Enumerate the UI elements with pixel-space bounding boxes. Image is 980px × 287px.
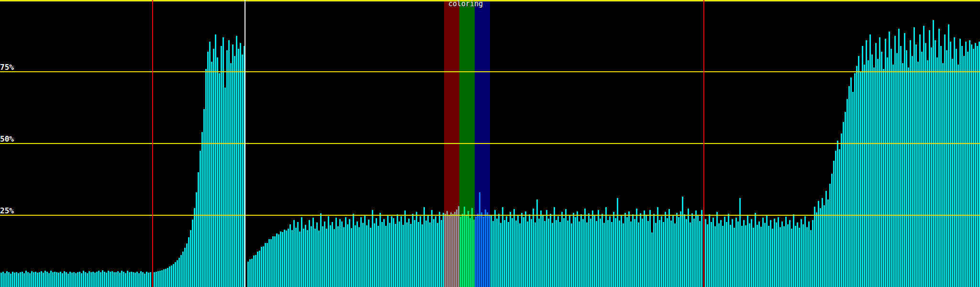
histogram-bar — [43, 273, 44, 287]
histogram-bar — [690, 222, 691, 287]
histogram-bar — [406, 222, 408, 287]
histogram-bar — [586, 222, 588, 287]
histogram-bar — [952, 59, 953, 287]
histogram-bar — [596, 221, 597, 287]
histogram-bar — [420, 216, 421, 287]
histogram-bar — [401, 216, 402, 287]
histogram-bar — [762, 218, 764, 287]
histogram-bar — [680, 211, 681, 287]
histogram-bar — [772, 229, 773, 287]
histogram-bar — [462, 214, 463, 287]
histogram-bar — [215, 34, 216, 287]
histogram-bar — [205, 69, 207, 287]
histogram-bar — [425, 221, 427, 287]
histogram-bar — [667, 218, 668, 287]
histogram-bar — [615, 218, 616, 287]
histogram-bar — [672, 215, 674, 287]
histogram-bar — [502, 207, 503, 287]
histogram-bar — [349, 219, 350, 287]
histogram-bar — [31, 271, 33, 287]
histogram-bar — [487, 212, 488, 287]
histogram-bar — [519, 223, 521, 287]
histogram-bar — [483, 217, 484, 287]
histogram-bar — [561, 212, 563, 287]
histogram-bar — [16, 272, 17, 287]
histogram-bar — [448, 215, 450, 287]
histogram-bar — [912, 56, 913, 287]
histogram-bar — [318, 231, 320, 287]
histogram-bar — [92, 272, 94, 287]
histogram-bar — [293, 220, 295, 287]
histogram-bar — [900, 46, 902, 287]
histogram-bar — [737, 221, 739, 287]
histogram-bar — [90, 272, 92, 287]
histogram-bar — [500, 223, 501, 287]
histogram-bar — [663, 222, 664, 287]
histogram-bar — [378, 226, 379, 287]
histogram-bar — [868, 60, 869, 287]
histogram-bar — [236, 36, 237, 287]
marker-red-2 — [703, 0, 704, 287]
histogram-bar — [908, 67, 909, 287]
histogram-bar — [8, 272, 10, 287]
histogram-bar — [787, 224, 789, 287]
histogram-bar — [14, 273, 15, 287]
histogram-bar — [301, 217, 302, 287]
histogram-bar — [959, 39, 961, 287]
histogram-bar — [150, 272, 151, 287]
histogram-bar — [745, 225, 746, 287]
histogram-bar — [290, 224, 291, 287]
histogram-bar — [682, 197, 683, 287]
histogram-bar — [883, 69, 884, 287]
histogram-bar — [422, 224, 423, 287]
histogram-bar — [207, 52, 209, 287]
histogram-bar — [136, 272, 138, 287]
gridline-50 — [0, 143, 980, 144]
histogram-bar — [726, 222, 727, 287]
histogram-bar — [617, 198, 618, 287]
histogram-bar — [749, 223, 750, 287]
histogram-bar — [533, 209, 534, 287]
histogram-bar — [209, 42, 211, 287]
histogram-bar — [173, 264, 174, 287]
histogram-bar — [188, 237, 189, 287]
histogram-bar — [877, 59, 879, 287]
histogram-bar — [322, 226, 323, 287]
histogram-bar — [477, 214, 479, 287]
histogram-bar — [121, 271, 122, 287]
histogram-bar — [303, 229, 304, 287]
histogram-bar — [632, 214, 634, 287]
histogram-bar — [647, 221, 649, 287]
histogram-bar — [110, 272, 111, 287]
histogram-bar — [4, 273, 6, 287]
histogram-bar — [213, 49, 214, 287]
histogram-bar — [270, 239, 272, 287]
histogram-bar — [824, 205, 825, 287]
histogram-bar — [795, 226, 796, 287]
histogram-bar — [592, 210, 593, 287]
histogram-bar — [521, 213, 523, 287]
histogram-bar — [808, 221, 810, 287]
histogram-bar — [416, 212, 417, 287]
histogram-bar — [810, 230, 812, 287]
histogram-bar — [445, 214, 446, 287]
histogram-bar — [443, 213, 444, 287]
histogram-bar — [542, 215, 544, 287]
histogram-bar — [431, 210, 433, 287]
histogram-bar — [879, 37, 880, 287]
histogram-bar — [496, 219, 498, 287]
histogram-bar — [498, 214, 500, 287]
histogram-bar — [399, 221, 400, 287]
histogram-bar — [577, 211, 578, 287]
histogram-bar — [630, 221, 632, 287]
histogram-bar — [267, 243, 268, 287]
histogram-bar — [186, 243, 188, 287]
histogram-bar — [875, 43, 877, 287]
histogram-bar — [778, 217, 779, 287]
histogram-bar — [896, 53, 898, 287]
histogram-bar — [806, 227, 808, 287]
histogram-bar — [125, 273, 126, 287]
histogram-bar — [609, 216, 611, 287]
histogram-bar — [77, 272, 78, 287]
histogram-bar — [846, 99, 848, 287]
